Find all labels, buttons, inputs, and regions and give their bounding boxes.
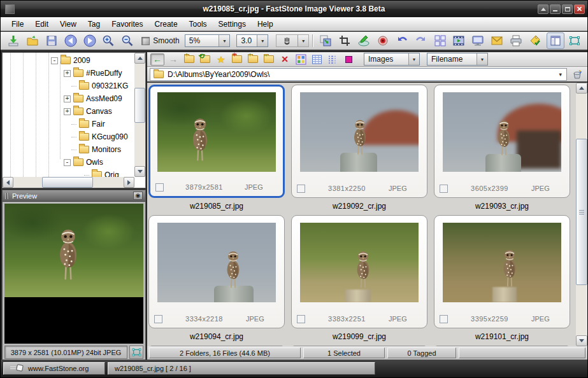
folder-tree[interactable]: - 2009 + #RueDuffy 090321KG + A [3, 53, 134, 177]
wallpaper-button[interactable] [469, 32, 487, 49]
details-view-button[interactable] [310, 53, 324, 66]
menu-create[interactable]: Create [149, 18, 183, 30]
crop-button[interactable] [336, 32, 354, 49]
thumbnail-checkbox[interactable] [440, 185, 448, 193]
compare-button[interactable] [431, 32, 449, 49]
menu-file[interactable]: File [6, 18, 29, 30]
menu-settings[interactable]: Settings [213, 18, 252, 30]
fullscreen-button[interactable] [566, 32, 584, 49]
menu-view[interactable]: View [54, 18, 82, 30]
forward-button[interactable]: → [166, 53, 180, 66]
preview-image[interactable] [4, 204, 143, 344]
tree-vscrollbar[interactable] [134, 53, 145, 177]
faststone-link[interactable]: www.FastStone.org [3, 362, 105, 375]
tree-hscroll-thumb[interactable] [42, 177, 93, 188]
tree-toggle[interactable]: + [64, 70, 71, 77]
browser-layout-button[interactable] [547, 32, 564, 49]
thumbnail-checkbox[interactable] [154, 315, 162, 323]
thumbs-scroll-down-button[interactable] [576, 335, 587, 346]
thumbnail-card-w219094[interactable]: 3334x2218 JPEG [148, 215, 285, 328]
favorites-button[interactable]: ★ [214, 53, 228, 66]
slideshow-button[interactable] [450, 32, 468, 49]
open-file-button[interactable] [24, 32, 41, 49]
tree-vscroll-thumb[interactable] [134, 88, 145, 123]
thumbnail-checkbox[interactable] [297, 185, 305, 193]
save-as-button[interactable] [43, 32, 61, 49]
skin-button[interactable] [570, 68, 585, 80]
thumbs-vscrollbar[interactable] [576, 83, 587, 346]
tree-toggle[interactable]: + [64, 108, 71, 115]
thumbnail-card-w219092[interactable]: 3381x2250 JPEG [291, 85, 427, 198]
print-button[interactable] [507, 32, 525, 49]
thumbs-scroll-up-button[interactable] [576, 83, 587, 94]
preview-fullscreen-button[interactable] [129, 346, 143, 359]
back-button[interactable]: ← [150, 53, 164, 66]
tree-item-canvas[interactable]: + Canvas [64, 105, 112, 118]
move-to-folder-button[interactable]: → [262, 53, 276, 66]
zoom-level-dropdown[interactable]: ▾ [219, 35, 229, 46]
sort-select[interactable]: Filename ▾ [427, 53, 488, 66]
red-eye-button[interactable] [374, 32, 392, 49]
tree-item-kgcug090[interactable]: KGcug090 [71, 130, 128, 143]
tree-scroll-left-button[interactable] [3, 177, 13, 188]
tree-toggle[interactable]: - [51, 57, 58, 64]
tree-hscrollbar[interactable] [3, 177, 134, 188]
address-field[interactable]: D:\Albums\ByYear\2009\Owls\ ▾ [150, 68, 567, 81]
next-image-button[interactable] [81, 32, 99, 49]
tree-item-2009[interactable]: - 2009 [51, 54, 90, 67]
rollup-button[interactable] [538, 4, 549, 14]
file-filter-select[interactable]: Images ▾ [364, 53, 420, 66]
preview-header[interactable]: Preview ◉ [3, 190, 145, 202]
close-button[interactable]: ✕ [574, 4, 585, 14]
delete-button[interactable]: ✕ [278, 53, 292, 66]
thumbnail-card-w219101[interactable]: 3395x2259 JPEG [434, 215, 570, 328]
redo-button[interactable] [412, 32, 430, 49]
tree-toggle[interactable]: + [64, 95, 71, 102]
pan-tool-select[interactable]: ▾ [276, 34, 309, 47]
zoom-out-button[interactable] [118, 32, 136, 49]
tree-scroll-down-button[interactable] [134, 166, 145, 177]
ratio-select[interactable]: 3.0 ▾ [236, 34, 268, 47]
tree-item-owls[interactable]: - Owls [64, 156, 103, 169]
tree-scroll-up-button[interactable] [134, 53, 145, 64]
tree-toggle[interactable]: - [64, 159, 71, 166]
tree-item-rueduffy[interactable]: + #RueDuffy [64, 67, 122, 80]
title-bar[interactable]: w219085_cr.jpg - FastStone Image Viewer … [1, 1, 587, 17]
list-view-button[interactable] [326, 53, 340, 66]
tree-item-monitors[interactable]: Monitors [71, 143, 121, 156]
zoom-level-select[interactable]: 5% ▾ [185, 34, 231, 47]
previous-image-button[interactable] [62, 32, 80, 49]
smooth-checkbox[interactable] [141, 37, 150, 45]
sort-dropdown[interactable]: ▾ [477, 53, 487, 65]
menu-favorites[interactable]: Favorites [106, 18, 148, 30]
thumbnail-card-w219099[interactable]: 3383x2251 JPEG [291, 215, 427, 328]
resize-button[interactable] [317, 32, 334, 49]
new-folder-button[interactable]: ✶ [230, 53, 244, 66]
thumbnail-checkbox[interactable] [155, 183, 164, 192]
up-folder-button[interactable]: ↑ [182, 53, 196, 66]
refresh-button[interactable]: ⟲ [198, 53, 212, 66]
download-photos-button[interactable] [4, 32, 22, 49]
tree-scroll-right-button[interactable] [124, 177, 134, 188]
draw-button[interactable] [355, 32, 373, 49]
undo-button[interactable] [393, 32, 411, 49]
zoom-in-button[interactable] [100, 32, 118, 49]
thumbnail-checkbox[interactable] [440, 315, 448, 323]
thumbnail-card-w219085[interactable]: 3879x2581 JPEG [148, 85, 285, 198]
thumbnail-view-button[interactable] [294, 53, 308, 66]
email-button[interactable] [488, 32, 506, 49]
tree-item-orig[interactable]: Orig [84, 169, 119, 177]
menu-tag[interactable]: Tag [82, 18, 106, 30]
thumbnail-card-w219093[interactable]: 3605x2399 JPEG [434, 85, 570, 198]
ratio-dropdown[interactable]: ▾ [257, 35, 268, 46]
thumbs-vscroll-thumb[interactable] [576, 139, 587, 285]
file-filter-dropdown[interactable]: ▾ [408, 53, 419, 65]
preview-options-button[interactable]: ◉ [133, 192, 143, 200]
maximize-button[interactable] [562, 4, 573, 14]
thumbnail-checkbox[interactable] [297, 315, 305, 323]
highlight-color-button[interactable] [341, 53, 355, 66]
tree-item-fair[interactable]: Fair [71, 118, 105, 130]
pan-tool-dropdown[interactable]: ▾ [298, 35, 308, 46]
menu-tools[interactable]: Tools [183, 18, 213, 30]
address-dropdown[interactable]: ▾ [559, 71, 563, 78]
